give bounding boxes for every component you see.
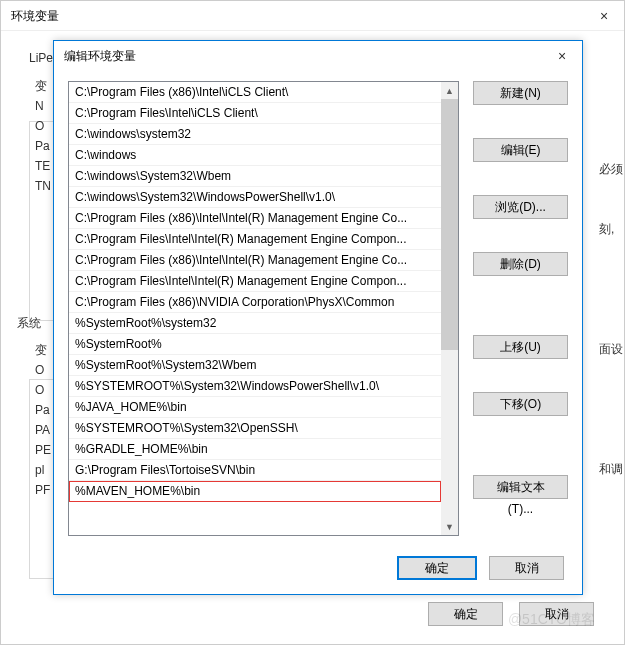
outer-ok-button[interactable]: 确定	[428, 602, 503, 626]
path-list-item[interactable]: %SYSTEMROOT%\System32\WindowsPowerShell\…	[69, 376, 441, 397]
col2-frag: PF	[35, 481, 50, 499]
col-frag: TN	[35, 177, 51, 195]
col2-frag: 变	[35, 341, 47, 359]
user-label-frag: LiPe	[29, 51, 53, 65]
path-list-item[interactable]: %GRADLE_HOME%\bin	[69, 439, 441, 460]
col2-frag: PA	[35, 421, 50, 439]
path-list-item[interactable]: %SystemRoot%\system32	[69, 313, 441, 334]
col-frag: O	[35, 117, 44, 135]
path-list-item[interactable]: C:\Program Files\Intel\Intel(R) Manageme…	[69, 229, 441, 250]
right-frag-text: 刻,	[599, 221, 614, 238]
outer-cancel-button[interactable]: 取消	[519, 602, 594, 626]
scroll-thumb[interactable]	[441, 99, 458, 350]
path-list-item[interactable]: C:\windows\System32\WindowsPowerShell\v1…	[69, 187, 441, 208]
outer-button-row: 确定 取消	[428, 602, 594, 626]
col-frag: N	[35, 97, 44, 115]
path-list-item[interactable]: C:\Program Files (x86)\Intel\iCLS Client…	[69, 82, 441, 103]
col2-frag: O	[35, 361, 44, 379]
edittext-button[interactable]: 编辑文本(T)...	[473, 475, 568, 499]
scroll-track[interactable]	[441, 99, 458, 518]
path-list-item[interactable]: C:\Program Files (x86)\NVIDIA Corporatio…	[69, 292, 441, 313]
scroll-up-button[interactable]: ▲	[441, 82, 458, 99]
path-list-item[interactable]: %MAVEN_HOME%\bin	[69, 481, 441, 502]
movedown-button[interactable]: 下移(O)	[473, 392, 568, 416]
inner-ok-button[interactable]: 确定	[397, 556, 477, 580]
side-button-column: 新建(N) 编辑(E) 浏览(D)... 删除(D) 上移(U) 下移(O) 编…	[473, 81, 568, 536]
inner-titlebar: 编辑环境变量 ×	[54, 41, 582, 71]
path-list-item[interactable]: C:\windows\System32\Wbem	[69, 166, 441, 187]
delete-button[interactable]: 删除(D)	[473, 252, 568, 276]
edit-button[interactable]: 编辑(E)	[473, 138, 568, 162]
path-list-item[interactable]: G:\Program Files\TortoiseSVN\bin	[69, 460, 441, 481]
col-frag: Pa	[35, 137, 50, 155]
path-list-item[interactable]: C:\Program Files (x86)\Intel\Intel(R) Ma…	[69, 208, 441, 229]
moveup-button[interactable]: 上移(U)	[473, 335, 568, 359]
col2-frag: Pa	[35, 401, 50, 419]
outer-close-button[interactable]: ×	[584, 1, 624, 31]
edit-env-var-dialog: 编辑环境变量 × C:\Program Files (x86)\Intel\iC…	[53, 40, 583, 595]
right-frag-text: 面设	[599, 341, 623, 358]
browse-button[interactable]: 浏览(D)...	[473, 195, 568, 219]
right-text-frags: 必须 刻, 面设 和调	[594, 121, 624, 521]
inner-title-text: 编辑环境变量	[64, 41, 136, 71]
inner-cancel-button[interactable]: 取消	[489, 556, 564, 580]
path-listbox[interactable]: C:\Program Files (x86)\Intel\iCLS Client…	[68, 81, 459, 536]
new-button[interactable]: 新建(N)	[473, 81, 568, 105]
scrollbar[interactable]: ▲ ▼	[441, 82, 458, 535]
path-list-item[interactable]: %SystemRoot%	[69, 334, 441, 355]
path-list-item[interactable]: C:\Program Files\Intel\Intel(R) Manageme…	[69, 271, 441, 292]
path-list-item[interactable]: C:\windows\system32	[69, 124, 441, 145]
right-frag-text: 必须	[599, 161, 623, 178]
inner-close-button[interactable]: ×	[542, 41, 582, 71]
outer-title-text: 环境变量	[11, 1, 59, 31]
right-frag-text: 和调	[599, 461, 623, 478]
col2-frag: pl	[35, 461, 44, 479]
path-list-item[interactable]: C:\Program Files (x86)\Intel\Intel(R) Ma…	[69, 250, 441, 271]
col-frag: 变	[35, 77, 47, 95]
path-list-item[interactable]: C:\windows	[69, 145, 441, 166]
inner-button-row: 确定 取消	[397, 556, 564, 580]
scroll-down-button[interactable]: ▼	[441, 518, 458, 535]
path-list-item[interactable]: %JAVA_HOME%\bin	[69, 397, 441, 418]
path-list-item[interactable]: %SystemRoot%\System32\Wbem	[69, 355, 441, 376]
path-list-item[interactable]: %SYSTEMROOT%\System32\OpenSSH\	[69, 418, 441, 439]
col2-frag: PE	[35, 441, 51, 459]
col-frag: TE	[35, 157, 50, 175]
outer-titlebar: 环境变量 ×	[1, 1, 624, 31]
system-label-frag: 系统	[17, 315, 41, 332]
path-list-item[interactable]: C:\Program Files\Intel\iCLS Client\	[69, 103, 441, 124]
col2-frag: O	[35, 381, 44, 399]
